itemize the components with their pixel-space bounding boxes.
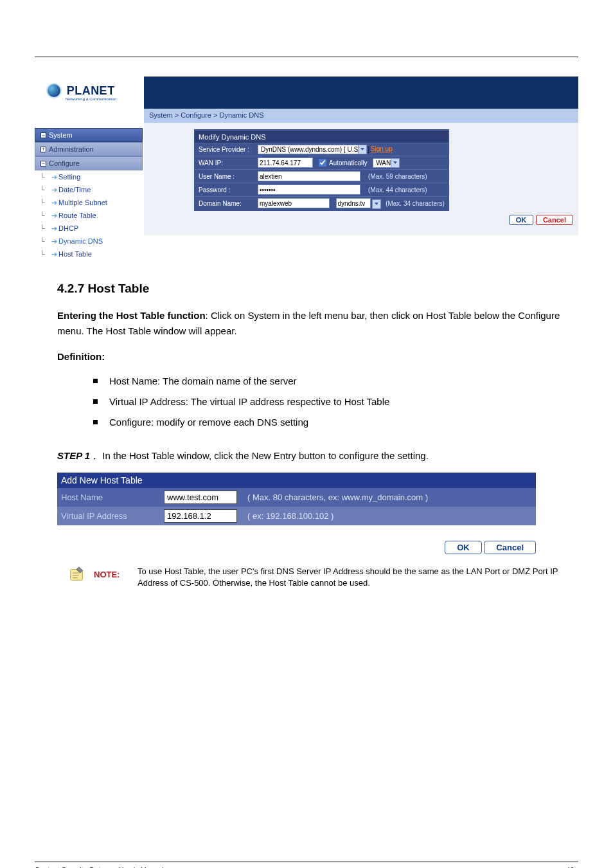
ok-button[interactable]: OK bbox=[509, 215, 534, 225]
chevron-down-icon bbox=[375, 203, 378, 205]
form-button-row: OK Cancel bbox=[144, 211, 578, 225]
host-table-title: Add New Host Table bbox=[57, 473, 536, 488]
hint-host-name: ( Max. 80 characters, ex: www.my_domain.… bbox=[244, 488, 536, 507]
hint-password: (Max. 44 characters) bbox=[364, 183, 449, 196]
nav-datetime[interactable]: └➔Date/Time bbox=[35, 183, 143, 196]
label-host-name: Host Name bbox=[57, 488, 160, 507]
hint-user-name: (Max. 59 characters) bbox=[364, 169, 449, 183]
logo: PLANET Networking & Communication bbox=[35, 77, 144, 123]
label-domain-name: Domain Name: bbox=[195, 196, 254, 210]
hint-domain-name: (Max. 34 characters) bbox=[386, 200, 445, 207]
arrow-icon: ➔ bbox=[51, 199, 57, 206]
sidebar: PLANET Networking & Communication −Syste… bbox=[35, 77, 144, 262]
cancel-button[interactable]: Cancel bbox=[484, 541, 536, 554]
signup-link[interactable]: Sign up bbox=[371, 145, 393, 152]
definition-label: Definition: bbox=[57, 351, 105, 362]
func-paragraph: Entering the Host Table function: Click … bbox=[57, 308, 578, 339]
domain-tld-input[interactable] bbox=[336, 198, 371, 208]
label-password: Password : bbox=[195, 183, 254, 196]
nav-administration[interactable]: +Administration bbox=[35, 142, 143, 156]
page-footer: Content Security Gateway User's Manual -… bbox=[35, 862, 578, 868]
password-input[interactable] bbox=[258, 185, 360, 195]
nav-setting[interactable]: └➔Setting bbox=[35, 170, 143, 183]
form-title: Modify Dynamic DNS bbox=[195, 130, 449, 143]
document-body: 4.2.7 Host Table Entering the Host Table… bbox=[57, 281, 578, 464]
arrow-icon: ➔ bbox=[51, 173, 57, 181]
arrow-icon: ➔ bbox=[51, 186, 57, 194]
section-title: 4.2.7 Host Table bbox=[57, 281, 578, 296]
label-automatically: Automatically bbox=[329, 159, 367, 167]
nav-system[interactable]: −System bbox=[35, 128, 143, 142]
note-icon bbox=[67, 565, 86, 584]
logo-subtitle: Networking & Communication bbox=[66, 97, 144, 101]
note-block: NOTE: To use Host Table, the user PC's f… bbox=[67, 563, 578, 592]
host-table-screenshot: Add New Host Table Host Name ( Max. 80 c… bbox=[57, 473, 556, 554]
host-name-input[interactable] bbox=[164, 491, 237, 504]
arrow-icon: ➔ bbox=[51, 237, 57, 245]
virtual-ip-input[interactable] bbox=[164, 509, 237, 523]
nav-multiple-subnet[interactable]: └➔Multiple Subnet bbox=[35, 196, 143, 209]
definition-item: Virtual IP Address: The virtual IP addre… bbox=[93, 392, 578, 412]
definition-item: Host Name: The domain name of the server bbox=[93, 371, 578, 392]
breadcrumb: System > Configure > Dynamic DNS bbox=[144, 109, 578, 123]
label-virtual-ip: Virtual IP Address bbox=[57, 507, 160, 525]
user-name-input[interactable] bbox=[258, 171, 360, 181]
nav-dynamic-dns[interactable]: └➔Dynamic DNS bbox=[35, 235, 143, 248]
service-provider-select[interactable]: DynDNS (www.dyndns.com) [ U.S.A. ] bbox=[258, 145, 367, 154]
cancel-button[interactable]: Cancel bbox=[536, 215, 573, 225]
globe-icon bbox=[46, 83, 62, 98]
domain-name-input[interactable] bbox=[258, 198, 330, 208]
collapse-icon: − bbox=[40, 132, 46, 138]
arrow-icon: ➔ bbox=[51, 250, 57, 258]
arrow-icon: ➔ bbox=[51, 224, 57, 232]
note-label: NOTE: bbox=[94, 570, 120, 579]
collapse-icon: − bbox=[40, 161, 46, 167]
chevron-down-icon bbox=[360, 148, 364, 150]
ok-button[interactable]: OK bbox=[445, 541, 482, 554]
nav-host-table[interactable]: └➔Host Table bbox=[35, 248, 143, 260]
nav-route-table[interactable]: └➔Route Table bbox=[35, 209, 143, 222]
nav-configure[interactable]: −Configure bbox=[35, 156, 143, 170]
host-table-form: Add New Host Table Host Name ( Max. 80 c… bbox=[57, 473, 536, 525]
label-user-name: User Name : bbox=[195, 169, 254, 183]
chevron-down-icon bbox=[393, 161, 397, 164]
automatically-checkbox[interactable] bbox=[319, 159, 326, 167]
logo-text: PLANET bbox=[67, 84, 115, 98]
wan-select[interactable]: WAN2 bbox=[373, 158, 400, 168]
content-area: Modify Dynamic DNS Service Provider : Dy… bbox=[144, 123, 578, 235]
ddns-form: Modify Dynamic DNS Service Provider : Dy… bbox=[194, 129, 449, 211]
domain-tld-select[interactable] bbox=[372, 199, 381, 209]
host-table-button-row: OK Cancel bbox=[57, 541, 536, 554]
wan-ip-input[interactable] bbox=[258, 158, 313, 168]
hint-virtual-ip: ( ex: 192.168.100.102 ) bbox=[244, 507, 536, 525]
nav-dhcp[interactable]: └➔DHCP bbox=[35, 222, 143, 235]
expand-icon: + bbox=[40, 147, 46, 152]
definition-list: Host Name: The domain name of the server… bbox=[93, 371, 578, 433]
arrow-icon: ➔ bbox=[51, 212, 57, 219]
step-label: STEP 1﹒ In the Host Table window, click … bbox=[57, 448, 578, 464]
nav: −System +Administration −Configure └➔Set… bbox=[35, 128, 143, 260]
definition-item: Configure: modify or remove each DNS set… bbox=[93, 412, 578, 433]
ddns-screenshot: PLANET Networking & Communication −Syste… bbox=[35, 77, 578, 262]
note-text: To use Host Table, the user PC's first D… bbox=[138, 563, 578, 589]
label-wan-ip: WAN IP: bbox=[195, 156, 254, 169]
label-service-provider: Service Provider : bbox=[195, 143, 254, 156]
